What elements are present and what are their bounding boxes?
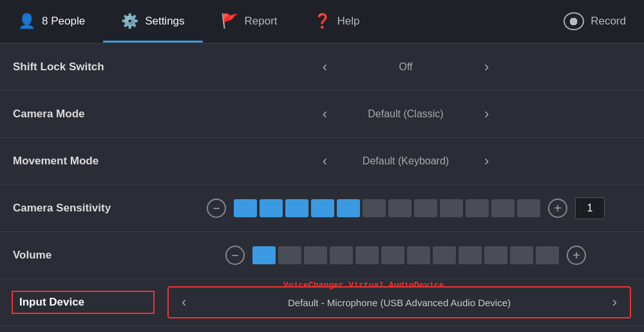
shift-lock-value: Off [341, 61, 470, 73]
input-device-value: Default - Microphone (USB Advanced Audio… [193, 297, 605, 308]
shift-lock-control: ‹ Off › [180, 56, 631, 78]
voice-changer-label: VoiceChanger Virtual AudioDevice [283, 280, 444, 290]
block-4 [311, 199, 334, 217]
camera-sensitivity-input[interactable] [575, 197, 605, 219]
nav-report-label: Report [245, 15, 278, 28]
camera-sensitivity-plus[interactable]: + [548, 199, 567, 218]
vol-block-11 [510, 246, 533, 264]
camera-mode-row: Camera Mode ‹ Default (Classic) › [0, 91, 644, 138]
nav-bar: 👤 8 People ⚙️ Settings 🚩 Report ❓ Help ⏺… [0, 0, 644, 44]
settings-icon: ⚙️ [121, 13, 138, 30]
block-1 [234, 199, 257, 217]
nav-record-label: Record [591, 15, 626, 28]
block-9 [440, 199, 463, 217]
input-device-label: Input Device [12, 291, 155, 314]
vol-block-7 [407, 246, 430, 264]
block-12 [517, 199, 540, 217]
nav-help-label: Help [337, 15, 360, 28]
volume-slider [252, 246, 559, 264]
camera-sensitivity-control: − + [180, 197, 631, 219]
volume-plus[interactable]: + [567, 246, 586, 265]
input-device-control[interactable]: ‹ Default - Microphone (USB Advanced Aud… [167, 286, 631, 318]
camera-mode-label: Camera Mode [13, 108, 180, 121]
vol-block-10 [484, 246, 507, 264]
shift-lock-prev[interactable]: ‹ [316, 56, 334, 78]
people-icon: 👤 [18, 13, 35, 30]
camera-sensitivity-label: Camera Sensitivity [13, 202, 180, 215]
camera-sensitivity-minus[interactable]: − [207, 199, 226, 218]
report-icon: 🚩 [221, 13, 238, 30]
record-icon: ⏺ [564, 12, 584, 30]
output-device-row: Output Device ‹ Speakers (Realtek(R) Aud… [0, 326, 644, 332]
camera-sensitivity-slider [234, 199, 540, 217]
nav-help[interactable]: ❓ Help [296, 0, 378, 43]
volume-row: Volume − + VoiceChanger Virtual AudioDev… [0, 232, 644, 279]
block-2 [260, 199, 283, 217]
block-6 [363, 199, 386, 217]
movement-mode-control: ‹ Default (Keyboard) › [180, 150, 631, 172]
movement-mode-label: Movement Mode [13, 155, 180, 168]
movement-mode-next[interactable]: › [478, 150, 495, 172]
vol-block-1 [252, 246, 276, 264]
nav-record[interactable]: ⏺ Record [545, 0, 644, 43]
input-device-next[interactable]: › [606, 291, 623, 313]
vol-block-3 [304, 246, 327, 264]
block-8 [414, 199, 437, 217]
camera-mode-control: ‹ Default (Classic) › [180, 103, 631, 125]
vol-block-9 [459, 246, 482, 264]
volume-label: Volume [13, 249, 180, 262]
vol-block-5 [355, 246, 379, 264]
volume-minus[interactable]: − [225, 246, 245, 265]
camera-mode-prev[interactable]: ‹ [316, 103, 334, 125]
movement-mode-row: Movement Mode ‹ Default (Keyboard) › [0, 138, 644, 185]
shift-lock-next[interactable]: › [478, 56, 495, 78]
nav-people-label: 8 People [42, 15, 85, 28]
movement-mode-prev[interactable]: ‹ [316, 150, 334, 172]
nav-report[interactable]: 🚩 Report [203, 0, 296, 43]
vol-block-12 [536, 246, 559, 264]
shift-lock-label: Shift Lock Switch [13, 61, 180, 73]
settings-content: Shift Lock Switch ‹ Off › Camera Mode ‹ … [0, 44, 644, 332]
shift-lock-row: Shift Lock Switch ‹ Off › [0, 44, 644, 91]
vol-block-4 [330, 246, 353, 264]
camera-sensitivity-row: Camera Sensitivity − + [0, 185, 644, 232]
volume-control: − + [180, 246, 631, 265]
vol-block-2 [278, 246, 301, 264]
camera-mode-value: Default (Classic) [341, 108, 470, 120]
nav-people[interactable]: 👤 8 People [0, 0, 103, 43]
help-icon: ❓ [314, 13, 331, 30]
vol-block-6 [381, 246, 404, 264]
block-10 [466, 199, 489, 217]
block-3 [285, 199, 308, 217]
block-5 [337, 199, 360, 217]
nav-settings-label: Settings [145, 15, 184, 28]
camera-mode-next[interactable]: › [478, 103, 495, 125]
vol-block-8 [433, 246, 456, 264]
nav-settings[interactable]: ⚙️ Settings [103, 0, 202, 43]
input-device-prev[interactable]: ‹ [175, 291, 193, 313]
block-7 [388, 199, 412, 217]
block-11 [491, 199, 515, 217]
movement-mode-value: Default (Keyboard) [341, 155, 470, 167]
